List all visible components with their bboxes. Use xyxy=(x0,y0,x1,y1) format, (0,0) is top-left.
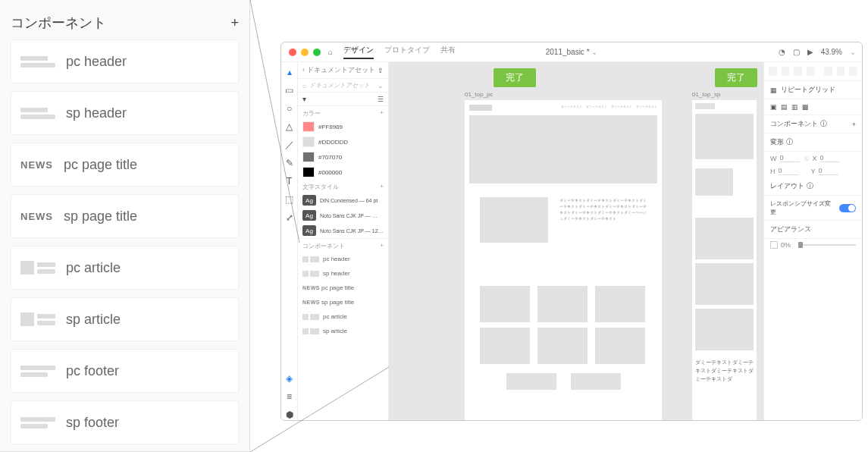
artboard-tool-icon[interactable]: ⬚ xyxy=(284,194,295,205)
mini-component-row[interactable]: pc article xyxy=(298,309,388,324)
component-item-pc-page-title[interactable]: NEWSpc page title xyxy=(11,143,239,187)
component-item-pc-header[interactable]: pc header xyxy=(11,39,239,83)
char-style-row[interactable]: AgNoto Sans CJK JP — … xyxy=(298,208,388,223)
canvas[interactable]: 完了 完了 01_top_pc 01_top_sp ダミーテキストダミーテキスト… xyxy=(389,62,763,420)
mini-component-label: sp page title xyxy=(321,299,354,306)
search-icon[interactable]: ⌕ xyxy=(302,82,306,89)
news-tag-icon: NEWS xyxy=(20,212,53,221)
y-input[interactable] xyxy=(819,167,838,175)
dist-c-icon[interactable] xyxy=(849,67,857,76)
char-style-icon: Ag xyxy=(302,225,316,236)
tab-share[interactable]: 共有 xyxy=(440,45,456,59)
news-tag-icon: NEWS xyxy=(20,160,53,170)
line-tool-icon[interactable]: ／ xyxy=(284,140,295,150)
opacity-slider[interactable] xyxy=(798,244,856,246)
bool-subtract-icon[interactable]: ▤ xyxy=(781,103,788,111)
add-component-button[interactable]: + xyxy=(852,121,856,128)
fullscreen-window-icon[interactable] xyxy=(313,49,321,56)
assets-back[interactable]: ‹ ドキュメントアセット xyxy=(302,65,375,75)
select-tool-icon[interactable]: ▴ xyxy=(284,67,295,77)
component-item-sp-footer[interactable]: sp footer xyxy=(11,400,239,444)
char-style-row[interactable]: AgNoto Sans CJK JP — 12… xyxy=(298,223,388,238)
component-item-sp-article[interactable]: sp article xyxy=(11,297,239,341)
minimize-window-icon[interactable] xyxy=(301,49,309,56)
color-swatch-row[interactable]: #000000 xyxy=(298,165,388,180)
width-input[interactable] xyxy=(780,154,800,162)
zoom-tool-icon[interactable]: ⤢ xyxy=(284,212,295,223)
align-top-icon[interactable] xyxy=(769,67,777,76)
char-style-label: Noto Sans CJK JP — 12… xyxy=(320,228,384,234)
bool-exclude-icon[interactable]: ▩ xyxy=(802,103,809,111)
list-view-icon[interactable]: ☰ xyxy=(378,96,384,103)
filter-icon[interactable]: ▾ xyxy=(302,95,306,103)
responsive-label: レスポンシブサイズ変更 xyxy=(770,199,835,216)
mini-component-label: sp header xyxy=(323,270,350,277)
components-zoom-panel: コンポーネント + pc headersp headerNEWSpc page … xyxy=(0,0,250,452)
properties-panel: ▦ リピートグリッド ▣ ▤ ▥ ▩ コンポーネント ⓘ + 変形 ⓘ W ⎋ … xyxy=(763,62,862,420)
mini-component-label: sp article xyxy=(323,328,347,334)
align-left-icon[interactable] xyxy=(807,67,815,76)
color-swatch xyxy=(302,121,315,132)
layers-icon[interactable]: ≡ xyxy=(284,391,295,402)
done-badge-sp: 完了 xyxy=(715,68,757,87)
component-item-pc-footer[interactable]: pc footer xyxy=(11,349,239,393)
dist-v-icon[interactable] xyxy=(837,67,845,76)
tab-design[interactable]: デザイン xyxy=(343,45,374,59)
prop-layout-label: レイアウト xyxy=(770,182,804,190)
pen-tool-icon[interactable]: ✎ xyxy=(284,158,295,168)
mini-component-row[interactable]: NEWSpc page title xyxy=(298,281,388,295)
rectangle-tool-icon[interactable]: ▭ xyxy=(284,85,295,96)
add-component-icon[interactable]: + xyxy=(230,15,239,31)
plugins-icon[interactable]: ⬢ xyxy=(284,410,295,420)
artboard-sp[interactable]: ダミーテキストダミーテキストダミーテキストダミーテキストダ xyxy=(692,100,757,420)
assets-icon[interactable]: ◈ xyxy=(284,373,295,384)
zoom-level[interactable]: 43.9% xyxy=(821,48,842,56)
component-label: pc footer xyxy=(66,363,119,379)
responsive-toggle[interactable] xyxy=(839,204,856,212)
prop-appearance-label: アピアランス xyxy=(770,224,811,234)
component-item-sp-page-title[interactable]: NEWSsp page title xyxy=(11,194,239,238)
tool-column: ▴ ▭ ○ △ ／ ✎ T ⬚ ⤢ ◈ ≡ ⬢ xyxy=(281,62,298,420)
char-style-row[interactable]: AgDIN Condensed — 64 pt xyxy=(298,193,388,208)
mini-component-label: pc article xyxy=(323,313,347,320)
device-icon[interactable]: ▢ xyxy=(793,48,800,56)
color-value: #DDDDDD xyxy=(318,139,348,146)
play-icon[interactable]: ▶ xyxy=(807,48,813,56)
artboard-label-sp[interactable]: 01_top_sp xyxy=(692,91,720,98)
color-swatch-row[interactable]: #DDDDDD xyxy=(298,134,388,149)
height-input[interactable] xyxy=(779,167,798,175)
color-swatch-row[interactable]: #707070 xyxy=(298,149,388,165)
ellipse-tool-icon[interactable]: ○ xyxy=(284,103,295,114)
artboard-label-pc[interactable]: 01_top_pc xyxy=(465,91,493,98)
x-input[interactable] xyxy=(820,154,840,162)
color-swatch xyxy=(302,137,315,147)
mini-component-row[interactable]: NEWSsp page title xyxy=(298,295,388,309)
tab-prototype[interactable]: プロトタイプ xyxy=(384,45,430,59)
component-label: pc page title xyxy=(64,157,137,173)
mini-component-row[interactable]: sp header xyxy=(298,266,388,281)
polygon-tool-icon[interactable]: △ xyxy=(284,121,295,132)
user-icon[interactable]: ◔ xyxy=(779,48,785,56)
align-bottom-icon[interactable] xyxy=(794,67,802,76)
bool-union-icon[interactable]: ▣ xyxy=(770,103,777,111)
component-item-sp-header[interactable]: sp header xyxy=(11,91,239,135)
mini-component-row[interactable]: sp article xyxy=(298,324,388,338)
home-icon[interactable]: ⌂ xyxy=(328,48,333,56)
bool-intersect-icon[interactable]: ▥ xyxy=(791,103,798,111)
text-tool-icon[interactable]: T xyxy=(284,176,295,187)
mini-component-row[interactable]: pc header xyxy=(298,252,388,266)
char-style-icon: Ag xyxy=(302,210,316,221)
assets-search-input[interactable]: ドキュメントアセット xyxy=(309,81,374,89)
align-middle-icon[interactable] xyxy=(782,67,790,76)
color-swatch-row[interactable]: #FF8989 xyxy=(298,119,388,134)
color-section-label: カラー xyxy=(302,109,321,118)
close-window-icon[interactable] xyxy=(289,49,296,56)
repeat-grid-icon[interactable]: ▦ xyxy=(770,86,777,94)
mini-thumb xyxy=(302,314,319,320)
dist-h-icon[interactable] xyxy=(824,67,832,76)
artboard-pc[interactable]: ダミーテキストダミーテキストダミーテキストダミーテキスト ダミーテキストダミーテ… xyxy=(465,100,662,420)
link-wh-icon[interactable]: ⎋ xyxy=(804,155,808,162)
share-icon[interactable]: ⇪ xyxy=(378,67,384,74)
repeat-grid-button[interactable]: リピートグリッド xyxy=(781,85,835,95)
component-item-pc-article[interactable]: pc article xyxy=(11,246,239,290)
